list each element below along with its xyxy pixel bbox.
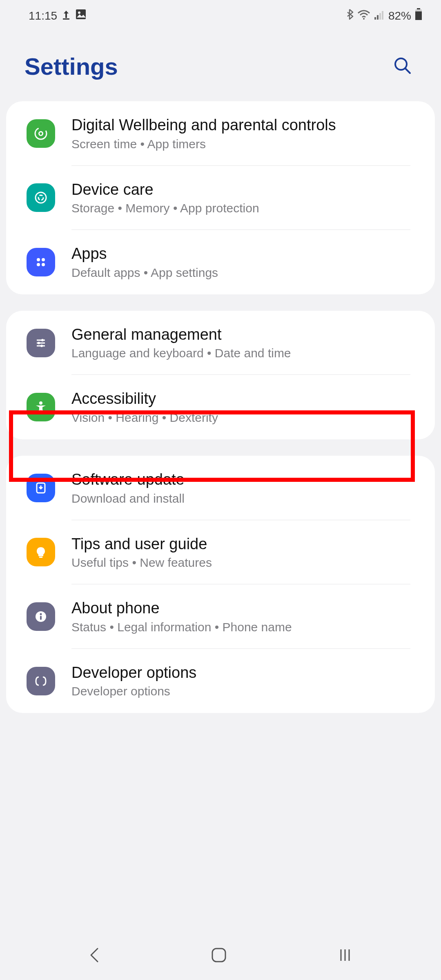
row-content: About phone Status • Legal information •… bbox=[71, 599, 414, 634]
svg-point-16 bbox=[36, 192, 46, 203]
battery-icon bbox=[414, 8, 423, 23]
bluetooth-icon bbox=[345, 9, 354, 23]
svg-point-20 bbox=[37, 263, 40, 266]
svg-rect-6 bbox=[379, 13, 381, 20]
row-subtitle: Screen time • App timers bbox=[71, 137, 414, 151]
settings-row-device-care[interactable]: Device care Storage • Memory • App prote… bbox=[6, 166, 435, 230]
accessibility-icon bbox=[27, 393, 55, 421]
battery-percent: 82% bbox=[388, 9, 411, 22]
row-title: General management bbox=[71, 325, 414, 344]
svg-point-27 bbox=[40, 345, 43, 347]
row-title: Accessibility bbox=[71, 390, 414, 408]
settings-row-digital-wellbeing[interactable]: Digital Wellbeing and parental controls … bbox=[6, 101, 435, 166]
row-content: Accessibility Vision • Hearing • Dexteri… bbox=[71, 390, 414, 425]
row-title: About phone bbox=[71, 599, 414, 618]
page-title: Settings bbox=[24, 53, 118, 80]
row-content: Software update Download and install bbox=[71, 470, 414, 506]
settings-row-software-update[interactable]: Software update Download and install bbox=[6, 456, 435, 520]
status-left: 11:15 bbox=[29, 9, 87, 23]
status-time: 11:15 bbox=[29, 9, 57, 22]
settings-row-accessibility[interactable]: Accessibility Vision • Hearing • Dexteri… bbox=[6, 375, 435, 439]
chevron-left-icon bbox=[87, 960, 102, 966]
svg-point-17 bbox=[38, 195, 43, 200]
device-care-icon bbox=[27, 183, 55, 212]
svg-point-23 bbox=[41, 339, 44, 341]
svg-line-13 bbox=[405, 69, 410, 73]
row-content: Apps Default apps • App settings bbox=[71, 245, 414, 280]
status-right: 82% bbox=[345, 8, 423, 23]
svg-rect-33 bbox=[40, 616, 42, 620]
settings-group: General management Language and keyboard… bbox=[6, 311, 435, 439]
row-content: Digital Wellbeing and parental controls … bbox=[71, 116, 414, 151]
svg-rect-8 bbox=[417, 8, 420, 9]
settings-row-apps[interactable]: Apps Default apps • App settings bbox=[6, 230, 435, 294]
row-title: Apps bbox=[71, 245, 414, 263]
sliders-icon bbox=[27, 329, 55, 357]
svg-point-2 bbox=[78, 11, 80, 14]
row-title: Device care bbox=[71, 180, 414, 199]
svg-rect-30 bbox=[39, 557, 42, 558]
recents-icon bbox=[336, 959, 354, 965]
row-subtitle: Vision • Hearing • Dexterity bbox=[71, 411, 414, 425]
settings-row-developer-options[interactable]: Developer options Developer options bbox=[6, 649, 435, 713]
svg-point-21 bbox=[42, 263, 45, 266]
wellbeing-icon bbox=[27, 119, 55, 148]
row-title: Tips and user guide bbox=[71, 535, 414, 554]
about-icon bbox=[27, 602, 55, 631]
row-subtitle: Language and keyboard • Date and time bbox=[71, 346, 414, 360]
row-subtitle: Developer options bbox=[71, 684, 414, 698]
svg-point-28 bbox=[39, 401, 42, 405]
wifi-icon bbox=[357, 9, 370, 22]
tips-icon bbox=[27, 538, 55, 566]
row-subtitle: Default apps • App settings bbox=[71, 266, 414, 280]
row-content: General management Language and keyboard… bbox=[71, 325, 414, 361]
svg-rect-4 bbox=[374, 17, 376, 20]
update-icon bbox=[27, 474, 55, 502]
developer-icon bbox=[27, 667, 55, 695]
svg-rect-1 bbox=[76, 9, 86, 19]
svg-point-18 bbox=[37, 258, 40, 261]
svg-point-32 bbox=[40, 613, 42, 615]
settings-row-tips[interactable]: Tips and user guide Useful tips • New fe… bbox=[6, 520, 435, 585]
svg-rect-7 bbox=[382, 11, 383, 20]
svg-rect-10 bbox=[415, 11, 422, 20]
row-subtitle: Status • Legal information • Phone name bbox=[71, 620, 414, 634]
status-bar: 11:15 bbox=[0, 0, 441, 27]
svg-rect-0 bbox=[63, 18, 69, 20]
nav-back-button[interactable] bbox=[62, 937, 126, 974]
row-subtitle: Download and install bbox=[71, 492, 414, 506]
svg-point-3 bbox=[363, 18, 365, 20]
signal-icon bbox=[374, 9, 385, 22]
svg-point-25 bbox=[38, 342, 40, 344]
row-content: Developer options Developer options bbox=[71, 664, 414, 699]
row-content: Device care Storage • Memory • App prote… bbox=[71, 180, 414, 216]
row-title: Developer options bbox=[71, 664, 414, 682]
apps-icon bbox=[27, 248, 55, 276]
home-icon bbox=[210, 959, 228, 965]
row-content: Tips and user guide Useful tips • New fe… bbox=[71, 535, 414, 570]
svg-point-19 bbox=[42, 258, 45, 261]
navigation-bar bbox=[0, 931, 441, 980]
search-icon bbox=[393, 71, 412, 77]
search-button[interactable] bbox=[389, 52, 416, 81]
row-subtitle: Useful tips • New features bbox=[71, 556, 414, 570]
row-subtitle: Storage • Memory • App protection bbox=[71, 201, 414, 215]
svg-rect-5 bbox=[377, 15, 379, 20]
nav-recents-button[interactable] bbox=[312, 938, 379, 973]
row-title: Software update bbox=[71, 470, 414, 489]
svg-rect-34 bbox=[212, 949, 225, 962]
row-title: Digital Wellbeing and parental controls bbox=[71, 116, 414, 135]
nav-home-button[interactable] bbox=[185, 938, 252, 973]
settings-group: Digital Wellbeing and parental controls … bbox=[6, 101, 435, 294]
upload-icon bbox=[61, 9, 71, 22]
svg-rect-11 bbox=[415, 19, 422, 20]
settings-row-about-phone[interactable]: About phone Status • Legal information •… bbox=[6, 584, 435, 649]
settings-group: Software update Download and install Tip… bbox=[6, 456, 435, 713]
picture-icon bbox=[75, 9, 87, 23]
settings-row-general-management[interactable]: General management Language and keyboard… bbox=[6, 311, 435, 375]
header: Settings bbox=[0, 27, 441, 97]
